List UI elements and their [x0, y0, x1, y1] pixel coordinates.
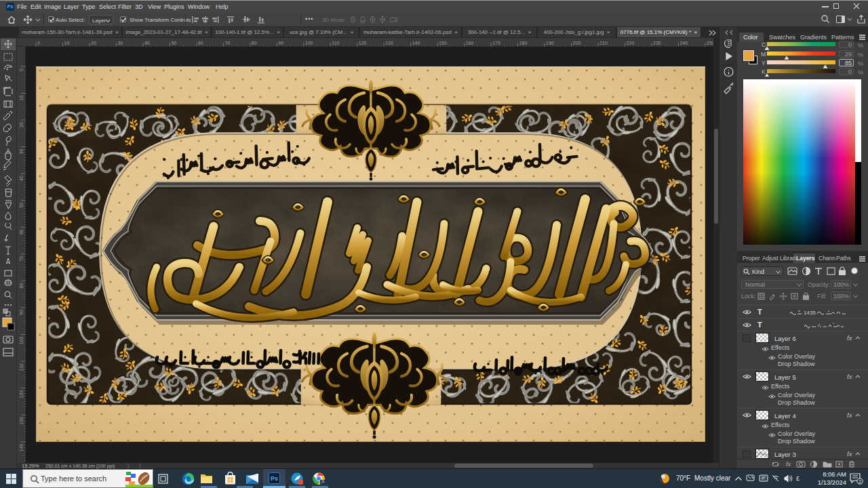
svg-text:20: 20: [19, 122, 24, 127]
svg-text:210: 210: [599, 41, 608, 45]
svg-text:140: 140: [412, 41, 420, 45]
svg-text:0: 0: [37, 41, 40, 45]
svg-text:100: 100: [305, 41, 313, 45]
svg-text:1435: 1435: [804, 310, 816, 316]
svg-text:80: 80: [252, 41, 257, 45]
svg-text:120: 120: [359, 41, 367, 45]
svg-text:50: 50: [171, 41, 176, 45]
svg-text:160: 160: [466, 41, 474, 45]
svg-text:30: 30: [117, 41, 123, 45]
svg-text:200: 200: [573, 41, 581, 45]
svg-text:2: 2: [859, 479, 861, 484]
svg-text:110: 110: [19, 363, 24, 371]
svg-text:0: 0: [19, 68, 24, 71]
svg-text:70: 70: [19, 256, 24, 262]
svg-text:220: 220: [627, 41, 635, 45]
svg-text:170: 170: [492, 41, 500, 45]
svg-text:150: 150: [439, 41, 447, 45]
svg-text:240: 240: [680, 41, 688, 45]
svg-text:20: 20: [91, 41, 96, 45]
svg-text:80: 80: [19, 283, 24, 288]
svg-text:10: 10: [64, 41, 70, 45]
svg-text:60: 60: [198, 41, 203, 45]
svg-text:30: 30: [19, 149, 24, 155]
svg-text:fx: fx: [786, 461, 791, 468]
svg-text:70: 70: [224, 41, 230, 45]
svg-text:140: 140: [19, 444, 24, 452]
svg-text:190: 190: [546, 41, 554, 45]
svg-text:130: 130: [385, 41, 393, 45]
svg-text:£: £: [796, 475, 800, 482]
svg-text:50: 50: [19, 203, 24, 208]
svg-text:110: 110: [332, 41, 339, 45]
svg-text:120: 120: [19, 390, 24, 399]
svg-text:90: 90: [278, 41, 283, 45]
svg-text:10: 10: [19, 95, 24, 100]
svg-text:40: 40: [19, 176, 24, 181]
svg-text:40: 40: [144, 41, 150, 45]
svg-text:90: 90: [19, 310, 24, 315]
svg-text:230: 230: [653, 41, 661, 45]
svg-text:130: 130: [19, 417, 24, 425]
svg-text:180: 180: [519, 41, 528, 45]
svg-text:60: 60: [19, 229, 24, 235]
svg-text:100: 100: [19, 336, 24, 344]
